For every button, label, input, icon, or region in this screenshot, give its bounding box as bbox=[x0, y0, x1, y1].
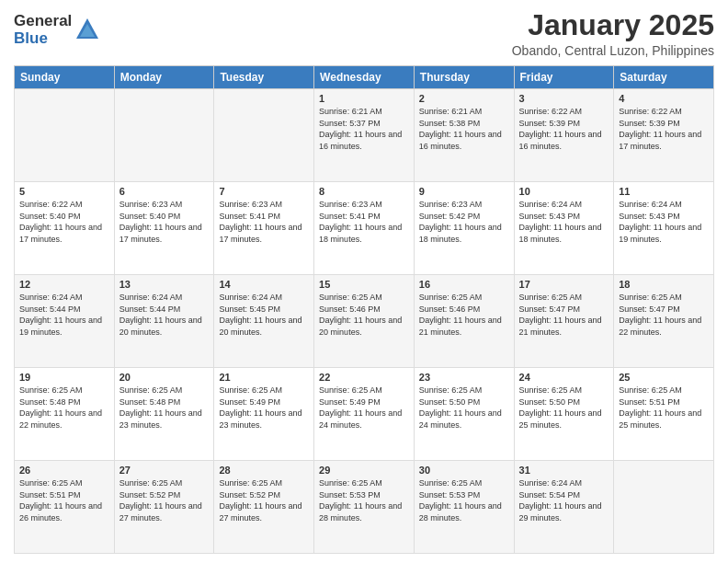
day-info: Sunrise: 6:25 AMSunset: 5:47 PMDaylight:… bbox=[519, 292, 609, 338]
day-number: 30 bbox=[419, 465, 509, 476]
day-info: Sunrise: 6:25 AMSunset: 5:46 PMDaylight:… bbox=[419, 292, 509, 338]
day-number: 25 bbox=[619, 372, 709, 383]
table-row: 25Sunrise: 6:25 AMSunset: 5:51 PMDayligh… bbox=[614, 368, 714, 461]
title-area: January 2025 Obando, Central Luzon, Phil… bbox=[512, 9, 714, 58]
calendar-week-row: 19Sunrise: 6:25 AMSunset: 5:48 PMDayligh… bbox=[15, 368, 714, 461]
table-row bbox=[214, 89, 314, 182]
day-number: 6 bbox=[119, 186, 210, 197]
day-number: 11 bbox=[619, 186, 709, 197]
day-number: 18 bbox=[619, 279, 709, 290]
table-row bbox=[614, 461, 714, 554]
day-info: Sunrise: 6:25 AMSunset: 5:53 PMDaylight:… bbox=[319, 477, 409, 523]
day-number: 15 bbox=[319, 279, 409, 290]
day-info: Sunrise: 6:25 AMSunset: 5:46 PMDaylight:… bbox=[319, 292, 409, 338]
table-row: 9Sunrise: 6:23 AMSunset: 5:42 PMDaylight… bbox=[414, 182, 514, 275]
table-row: 31Sunrise: 6:24 AMSunset: 5:54 PMDayligh… bbox=[514, 461, 614, 554]
day-info: Sunrise: 6:24 AMSunset: 5:44 PMDaylight:… bbox=[119, 292, 210, 338]
logo: General Blue bbox=[14, 13, 100, 47]
day-number: 28 bbox=[219, 465, 309, 476]
day-info: Sunrise: 6:24 AMSunset: 5:43 PMDaylight:… bbox=[519, 199, 609, 245]
page: General Blue January 2025 Obando, Centra… bbox=[0, 0, 728, 563]
day-number: 3 bbox=[519, 93, 609, 104]
calendar-table: Sunday Monday Tuesday Wednesday Thursday… bbox=[14, 65, 714, 554]
table-row: 15Sunrise: 6:25 AMSunset: 5:46 PMDayligh… bbox=[314, 275, 415, 368]
day-info: Sunrise: 6:24 AMSunset: 5:44 PMDaylight:… bbox=[19, 292, 109, 338]
day-number: 7 bbox=[219, 186, 309, 197]
day-number: 4 bbox=[619, 93, 709, 104]
header: General Blue January 2025 Obando, Centra… bbox=[14, 9, 714, 58]
day-number: 2 bbox=[419, 93, 509, 104]
table-row: 22Sunrise: 6:25 AMSunset: 5:49 PMDayligh… bbox=[314, 368, 415, 461]
day-info: Sunrise: 6:25 AMSunset: 5:51 PMDaylight:… bbox=[619, 385, 709, 431]
day-number: 9 bbox=[419, 186, 509, 197]
day-number: 26 bbox=[19, 465, 109, 476]
table-row: 8Sunrise: 6:23 AMSunset: 5:41 PMDaylight… bbox=[314, 182, 415, 275]
day-info: Sunrise: 6:23 AMSunset: 5:42 PMDaylight:… bbox=[419, 199, 509, 245]
day-number: 12 bbox=[19, 279, 109, 290]
table-row: 10Sunrise: 6:24 AMSunset: 5:43 PMDayligh… bbox=[514, 182, 614, 275]
day-number: 8 bbox=[319, 186, 409, 197]
header-saturday: Saturday bbox=[614, 66, 714, 89]
day-info: Sunrise: 6:25 AMSunset: 5:49 PMDaylight:… bbox=[319, 385, 409, 431]
day-number: 21 bbox=[219, 372, 309, 383]
table-row: 19Sunrise: 6:25 AMSunset: 5:48 PMDayligh… bbox=[15, 368, 115, 461]
table-row: 21Sunrise: 6:25 AMSunset: 5:49 PMDayligh… bbox=[214, 368, 314, 461]
day-number: 23 bbox=[419, 372, 509, 383]
calendar-week-row: 5Sunrise: 6:22 AMSunset: 5:40 PMDaylight… bbox=[15, 182, 714, 275]
day-info: Sunrise: 6:23 AMSunset: 5:41 PMDaylight:… bbox=[319, 199, 409, 245]
day-info: Sunrise: 6:25 AMSunset: 5:50 PMDaylight:… bbox=[419, 385, 509, 431]
day-number: 16 bbox=[419, 279, 509, 290]
header-monday: Monday bbox=[114, 66, 214, 89]
day-info: Sunrise: 6:25 AMSunset: 5:51 PMDaylight:… bbox=[19, 477, 109, 523]
day-number: 20 bbox=[119, 372, 210, 383]
day-number: 31 bbox=[519, 465, 609, 476]
day-info: Sunrise: 6:25 AMSunset: 5:52 PMDaylight:… bbox=[119, 477, 210, 523]
day-info: Sunrise: 6:23 AMSunset: 5:40 PMDaylight:… bbox=[119, 199, 210, 245]
table-row: 20Sunrise: 6:25 AMSunset: 5:48 PMDayligh… bbox=[114, 368, 214, 461]
day-number: 17 bbox=[519, 279, 609, 290]
day-info: Sunrise: 6:25 AMSunset: 5:50 PMDaylight:… bbox=[519, 385, 609, 431]
table-row: 7Sunrise: 6:23 AMSunset: 5:41 PMDaylight… bbox=[214, 182, 314, 275]
day-info: Sunrise: 6:25 AMSunset: 5:48 PMDaylight:… bbox=[119, 385, 210, 431]
table-row: 29Sunrise: 6:25 AMSunset: 5:53 PMDayligh… bbox=[314, 461, 415, 554]
table-row: 27Sunrise: 6:25 AMSunset: 5:52 PMDayligh… bbox=[114, 461, 214, 554]
day-number: 5 bbox=[19, 186, 109, 197]
calendar-header-row: Sunday Monday Tuesday Wednesday Thursday… bbox=[15, 66, 714, 89]
logo-general-text: General bbox=[14, 13, 72, 30]
table-row: 4Sunrise: 6:22 AMSunset: 5:39 PMDaylight… bbox=[614, 89, 714, 182]
table-row: 6Sunrise: 6:23 AMSunset: 5:40 PMDaylight… bbox=[114, 182, 214, 275]
table-row: 14Sunrise: 6:24 AMSunset: 5:45 PMDayligh… bbox=[214, 275, 314, 368]
table-row bbox=[114, 89, 214, 182]
table-row: 26Sunrise: 6:25 AMSunset: 5:51 PMDayligh… bbox=[15, 461, 115, 554]
table-row: 2Sunrise: 6:21 AMSunset: 5:38 PMDaylight… bbox=[414, 89, 514, 182]
day-number: 19 bbox=[19, 372, 109, 383]
day-info: Sunrise: 6:24 AMSunset: 5:45 PMDaylight:… bbox=[219, 292, 309, 338]
table-row: 3Sunrise: 6:22 AMSunset: 5:39 PMDaylight… bbox=[514, 89, 614, 182]
day-info: Sunrise: 6:22 AMSunset: 5:39 PMDaylight:… bbox=[519, 106, 609, 152]
day-number: 10 bbox=[519, 186, 609, 197]
logo-text: General Blue bbox=[14, 13, 72, 47]
calendar-week-row: 12Sunrise: 6:24 AMSunset: 5:44 PMDayligh… bbox=[15, 275, 714, 368]
calendar-week-row: 26Sunrise: 6:25 AMSunset: 5:51 PMDayligh… bbox=[15, 461, 714, 554]
day-number: 27 bbox=[119, 465, 210, 476]
day-info: Sunrise: 6:24 AMSunset: 5:43 PMDaylight:… bbox=[619, 199, 709, 245]
location-title: Obando, Central Luzon, Philippines bbox=[512, 43, 714, 58]
day-info: Sunrise: 6:25 AMSunset: 5:49 PMDaylight:… bbox=[219, 385, 309, 431]
day-info: Sunrise: 6:22 AMSunset: 5:39 PMDaylight:… bbox=[619, 106, 709, 152]
day-info: Sunrise: 6:22 AMSunset: 5:40 PMDaylight:… bbox=[19, 199, 109, 245]
header-thursday: Thursday bbox=[414, 66, 514, 89]
day-number: 1 bbox=[319, 93, 409, 104]
header-wednesday: Wednesday bbox=[314, 66, 415, 89]
day-info: Sunrise: 6:24 AMSunset: 5:54 PMDaylight:… bbox=[519, 477, 609, 523]
month-title: January 2025 bbox=[512, 9, 714, 41]
table-row bbox=[15, 89, 115, 182]
day-number: 24 bbox=[519, 372, 609, 383]
day-info: Sunrise: 6:23 AMSunset: 5:41 PMDaylight:… bbox=[219, 199, 309, 245]
table-row: 17Sunrise: 6:25 AMSunset: 5:47 PMDayligh… bbox=[514, 275, 614, 368]
header-tuesday: Tuesday bbox=[214, 66, 314, 89]
logo-blue-text: Blue bbox=[14, 30, 72, 48]
day-info: Sunrise: 6:25 AMSunset: 5:47 PMDaylight:… bbox=[619, 292, 709, 338]
table-row: 28Sunrise: 6:25 AMSunset: 5:52 PMDayligh… bbox=[214, 461, 314, 554]
day-number: 29 bbox=[319, 465, 409, 476]
table-row: 1Sunrise: 6:21 AMSunset: 5:37 PMDaylight… bbox=[314, 89, 415, 182]
